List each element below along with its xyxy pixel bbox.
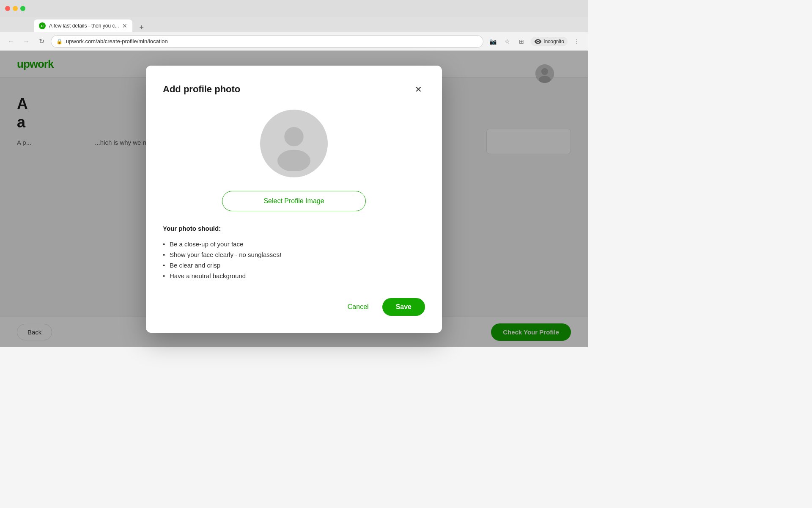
refresh-btn[interactable]: ↻ bbox=[36, 36, 47, 47]
star-icon[interactable]: ☆ bbox=[501, 36, 513, 47]
cancel-button[interactable]: Cancel bbox=[341, 299, 376, 315]
active-tab[interactable]: U A few last details - then you c... ✕ bbox=[34, 19, 132, 32]
maximize-window-btn[interactable] bbox=[20, 6, 25, 11]
toolbar-icons: 📷 ☆ ⊞ bbox=[487, 36, 527, 47]
svg-point-5 bbox=[277, 149, 310, 171]
lock-icon: 🔒 bbox=[56, 39, 63, 44]
modal-close-btn[interactable]: ✕ bbox=[411, 83, 425, 96]
requirement-item: Show your face clearly - no sunglasses! bbox=[163, 249, 425, 260]
close-window-btn[interactable] bbox=[5, 6, 10, 11]
url-text: upwork.com/ab/create-profile/min/locatio… bbox=[66, 38, 168, 44]
add-profile-photo-modal: Add profile photo ✕ Select Profile Image bbox=[146, 66, 442, 333]
svg-point-4 bbox=[284, 127, 304, 146]
new-tab-btn[interactable]: + bbox=[136, 23, 147, 32]
requirements-list: Be a close-up of your face Show your fac… bbox=[163, 239, 425, 281]
default-avatar-icon bbox=[266, 116, 321, 171]
browser-titlebar bbox=[0, 0, 588, 17]
camera-icon[interactable]: 📷 bbox=[487, 36, 499, 47]
browser-toolbar: ← → ↻ 🔒 upwork.com/ab/create-profile/min… bbox=[0, 32, 588, 51]
requirements-heading: Your photo should: bbox=[163, 225, 425, 232]
tab-favicon: U bbox=[39, 22, 46, 29]
requirement-item: Be clear and crisp bbox=[163, 260, 425, 271]
requirement-item: Be a close-up of your face bbox=[163, 239, 425, 249]
modal-header: Add profile photo ✕ bbox=[163, 83, 425, 96]
modal-footer: Cancel Save bbox=[163, 298, 425, 316]
modal-title: Add profile photo bbox=[163, 84, 240, 95]
save-button[interactable]: Save bbox=[382, 298, 425, 316]
traffic-lights bbox=[5, 6, 25, 11]
incognito-label: Incognito bbox=[543, 39, 564, 44]
minimize-window-btn[interactable] bbox=[13, 6, 18, 11]
menu-icon[interactable]: ⋮ bbox=[571, 36, 583, 47]
incognito-badge: Incognito bbox=[531, 37, 568, 46]
modal-overlay: Add profile photo ✕ Select Profile Image bbox=[0, 51, 588, 347]
incognito-icon bbox=[534, 38, 542, 45]
address-bar[interactable]: 🔒 upwork.com/ab/create-profile/min/locat… bbox=[51, 35, 483, 48]
avatar-area bbox=[163, 110, 425, 177]
browser-window: U A few last details - then you c... ✕ +… bbox=[0, 0, 588, 347]
requirement-item: Have a neutral background bbox=[163, 271, 425, 281]
back-nav-btn[interactable]: ← bbox=[5, 36, 17, 47]
avatar-placeholder bbox=[260, 110, 328, 177]
page-content: upwork A a A p... bbox=[0, 51, 588, 347]
tab-title: A few last details - then you c... bbox=[49, 23, 119, 29]
select-profile-image-btn[interactable]: Select Profile Image bbox=[222, 191, 366, 211]
browser-tabs: U A few last details - then you c... ✕ + bbox=[0, 17, 588, 32]
tab-close-btn[interactable]: ✕ bbox=[122, 22, 127, 29]
extensions-icon[interactable]: ⊞ bbox=[516, 36, 527, 47]
forward-nav-btn[interactable]: → bbox=[20, 36, 32, 47]
